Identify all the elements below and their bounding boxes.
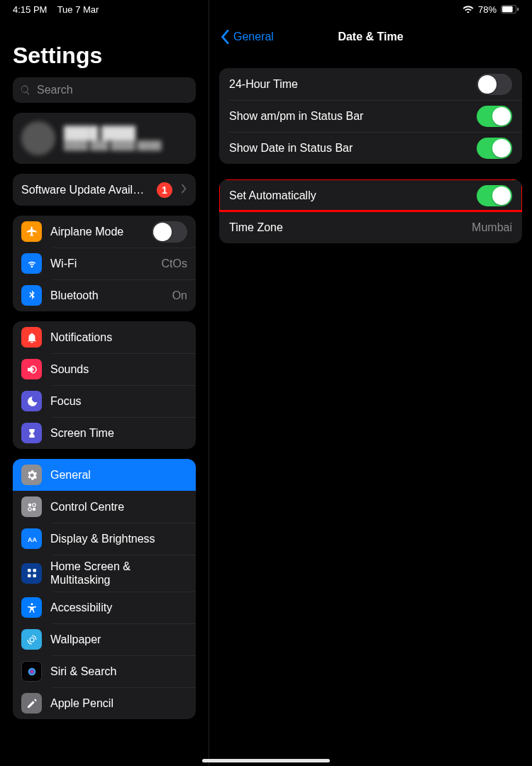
- display-label: Display & Brightness: [50, 533, 187, 545]
- row-date-label: Show Date in Status Bar: [229, 142, 468, 155]
- homescreen-icon: [21, 563, 42, 584]
- wallpaper-icon: [21, 629, 42, 650]
- sidebar-item-notifications[interactable]: Notifications: [13, 321, 196, 353]
- sidebar-item-pencil[interactable]: Apple Pencil: [13, 687, 196, 719]
- general-icon: [21, 465, 42, 485]
- notifications-label: Notifications: [50, 331, 187, 344]
- sidebar-item-focus[interactable]: Focus: [13, 385, 196, 417]
- siri-icon: [21, 661, 42, 682]
- software-update-row[interactable]: Software Update Avail… 1: [13, 174, 196, 206]
- toggle-ampm[interactable]: [477, 106, 512, 127]
- sidebar-item-general[interactable]: General: [13, 459, 196, 491]
- control-centre-label: Control Centre: [50, 501, 187, 514]
- search-field[interactable]: [13, 77, 196, 103]
- screentime-icon: [21, 423, 42, 443]
- svg-point-13: [30, 638, 34, 642]
- sidebar-item-airplane[interactable]: Airplane Mode: [13, 216, 196, 248]
- svg-point-14: [28, 667, 35, 675]
- row-auto-label: Set Automatically: [229, 189, 468, 202]
- chevron-right-icon: [181, 184, 187, 196]
- bluetooth-icon: [21, 285, 42, 306]
- sidebar-item-display[interactable]: AA Display & Brightness: [13, 523, 196, 555]
- row-ampm-label: Show am/pm in Status Bar: [229, 110, 468, 123]
- row-set-automatically[interactable]: Set Automatically: [219, 179, 522, 211]
- software-update-label: Software Update Avail…: [21, 184, 148, 196]
- back-label: General: [233, 30, 274, 43]
- bluetooth-value: On: [172, 289, 187, 302]
- pencil-icon: [21, 693, 42, 714]
- siri-label: Siri & Search: [50, 665, 187, 678]
- focus-icon: [21, 391, 42, 411]
- svg-point-4: [32, 507, 35, 511]
- svg-rect-10: [28, 574, 31, 578]
- back-button[interactable]: General: [219, 29, 274, 45]
- row-ampm-statusbar[interactable]: Show am/pm in Status Bar: [219, 100, 522, 132]
- wifi-label: Wi-Fi: [50, 257, 153, 270]
- svg-point-12: [31, 603, 33, 605]
- svg-text:AA: AA: [28, 535, 37, 543]
- pencil-label: Apple Pencil: [50, 697, 187, 710]
- general-label: General: [50, 469, 187, 482]
- highlight-box: Set Automatically: [219, 179, 522, 211]
- wifi-app-icon: [21, 253, 42, 274]
- control-centre-icon: [21, 496, 42, 517]
- sidebar-item-homescreen[interactable]: Home Screen & Multitasking: [13, 555, 196, 592]
- focus-label: Focus: [50, 395, 187, 408]
- svg-rect-5: [32, 503, 35, 506]
- row-timezone-label: Time Zone: [229, 221, 463, 234]
- airplane-toggle[interactable]: [152, 221, 187, 243]
- detail-pane: General Date & Time 24-Hour Time Show am…: [209, 0, 532, 766]
- sounds-label: Sounds: [50, 363, 187, 376]
- row-24hour[interactable]: 24-Hour Time: [219, 68, 522, 100]
- wifi-value: CtOs: [162, 257, 187, 270]
- toggle-set-automatically[interactable]: [477, 185, 512, 206]
- home-indicator[interactable]: [202, 759, 330, 762]
- homescreen-label: Home Screen & Multitasking: [50, 560, 187, 587]
- row-24hour-label: 24-Hour Time: [229, 78, 468, 91]
- svg-point-3: [28, 503, 31, 506]
- svg-rect-6: [28, 507, 31, 511]
- avatar: [21, 121, 55, 155]
- chevron-left-icon: [219, 29, 232, 45]
- toggle-date[interactable]: [477, 138, 512, 159]
- display-icon: AA: [21, 528, 42, 549]
- sidebar-item-wifi[interactable]: Wi-Fi CtOs: [13, 248, 196, 279]
- toggle-24hour[interactable]: [477, 74, 512, 95]
- sounds-icon: [21, 359, 42, 379]
- airplane-label: Airplane Mode: [50, 226, 143, 238]
- screentime-label: Screen Time: [50, 427, 187, 440]
- row-date-statusbar[interactable]: Show Date in Status Bar: [219, 132, 522, 164]
- sidebar-item-screentime[interactable]: Screen Time: [13, 417, 196, 449]
- svg-rect-9: [33, 569, 36, 572]
- svg-rect-8: [28, 569, 31, 572]
- svg-rect-11: [33, 574, 36, 578]
- bluetooth-label: Bluetooth: [50, 289, 164, 302]
- settings-sidebar: Settings ████ ████ ████ ███ ████ ████ So…: [0, 0, 209, 766]
- profile-card[interactable]: ████ ████ ████ ███ ████ ████: [13, 113, 196, 164]
- sidebar-item-siri[interactable]: Siri & Search: [13, 655, 196, 687]
- sidebar-item-accessibility[interactable]: Accessibility: [13, 592, 196, 623]
- sidebar-item-wallpaper[interactable]: Wallpaper: [13, 623, 196, 655]
- row-timezone-value: Mumbai: [472, 221, 512, 234]
- page-title: Settings: [0, 21, 209, 77]
- airplane-icon: [21, 221, 42, 242]
- sidebar-item-bluetooth[interactable]: Bluetooth On: [13, 279, 196, 311]
- wallpaper-label: Wallpaper: [50, 633, 187, 646]
- accessibility-label: Accessibility: [50, 601, 187, 614]
- detail-navbar: General Date & Time: [209, 21, 532, 52]
- sidebar-item-control-centre[interactable]: Control Centre: [13, 491, 196, 523]
- software-update-badge: 1: [157, 182, 172, 198]
- row-timezone[interactable]: Time Zone Mumbai: [219, 211, 522, 243]
- search-input[interactable]: [37, 84, 189, 96]
- accessibility-icon: [21, 597, 42, 618]
- search-icon: [20, 84, 31, 96]
- sidebar-item-sounds[interactable]: Sounds: [13, 353, 196, 385]
- notifications-icon: [21, 327, 42, 348]
